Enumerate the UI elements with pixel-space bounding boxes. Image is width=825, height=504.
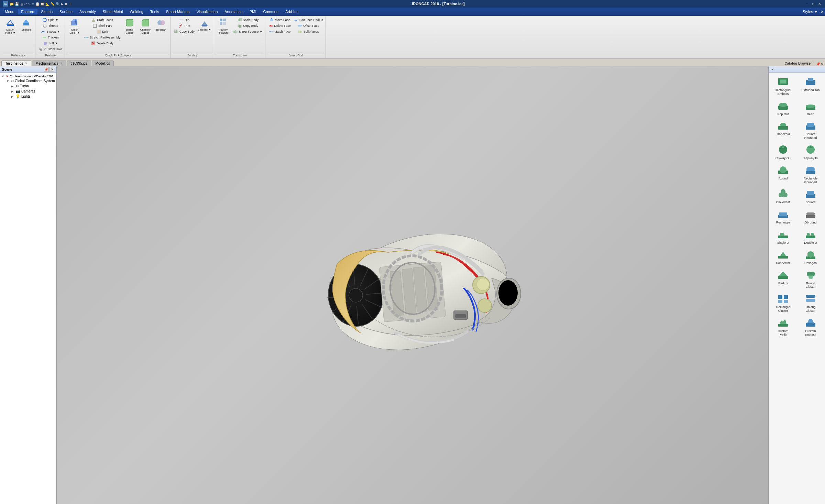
catalog-item-square-rounded[interactable]: SquareRounded <box>798 118 824 141</box>
sweep-button[interactable]: Sweep ▼ <box>37 29 63 34</box>
boolean-button[interactable]: Boolean <box>154 17 169 32</box>
thread-label: Thread <box>48 24 58 28</box>
catalog-item-square[interactable]: Square <box>798 186 824 205</box>
split-faces-button[interactable]: Split Faces <box>293 29 324 34</box>
viewport[interactable] <box>57 66 768 504</box>
emboss-button[interactable]: Emboss ▼ <box>196 17 212 32</box>
tab-c16995[interactable]: c16995.ics <box>67 61 91 66</box>
svg-rect-122 <box>778 276 788 279</box>
menu-item-menu[interactable]: Menu <box>1 9 18 14</box>
menu-item-feature[interactable]: Feature <box>18 9 38 14</box>
menu-close-icon[interactable]: ✕ <box>821 10 824 14</box>
tab-turbine[interactable]: Turbine.ics ✕ <box>1 61 31 66</box>
menu-item-assembly[interactable]: Assembly <box>76 9 99 14</box>
menu-item-tools[interactable]: Tools <box>147 9 163 14</box>
window-controls[interactable]: ─ □ ✕ <box>804 1 822 7</box>
svg-point-5 <box>43 24 47 28</box>
tab-model[interactable]: Model.ics <box>92 61 114 66</box>
catalog-item-cloverleaf[interactable]: Cloverleaf <box>770 186 796 205</box>
quick-block-button[interactable]: QuickBlock ▼ <box>67 17 82 35</box>
catalog-item-radius[interactable]: Radius <box>770 267 796 290</box>
menu-item-addins[interactable]: Add-Ins <box>282 9 302 14</box>
catalog-item-obround[interactable]: Obround <box>798 207 824 226</box>
tab-turbine-close[interactable]: ✕ <box>25 62 28 65</box>
boolean-icon <box>156 18 166 28</box>
scale-body-button[interactable]: Scale Body <box>232 17 263 23</box>
offset-face-button[interactable]: Offset Face <box>293 23 324 29</box>
tab-mechanism-close[interactable]: ✕ <box>60 62 63 65</box>
maximize-button[interactable]: □ <box>811 1 816 7</box>
catalog-item-round[interactable]: Round <box>770 163 796 185</box>
tree-item-lights[interactable]: ▶ 💡 Lights <box>1 94 55 99</box>
trim-button[interactable]: Trim <box>173 23 196 29</box>
move-face-button[interactable]: Move Face <box>267 17 292 23</box>
copy-body2-button[interactable]: Copy Body <box>232 23 263 29</box>
chamfer-edges-button[interactable]: ChamferEdges <box>138 17 153 35</box>
catalog-item-pop-out[interactable]: Pop Out <box>770 98 796 117</box>
scene-panel-close-button[interactable]: ✕ <box>50 67 54 72</box>
custom-hole-button[interactable]: Custom Hole <box>37 46 63 52</box>
catalog-item-rect-cluster[interactable]: RectangleCluster <box>770 291 796 314</box>
match-face-button[interactable]: Match Face <box>267 29 292 34</box>
tab-mechanism[interactable]: Mechanism.ics ✕ <box>32 61 66 66</box>
catalog-item-connector[interactable]: Connector <box>770 247 796 266</box>
tree-item-cameras[interactable]: ▶ 📷 Cameras <box>1 89 55 94</box>
edit-face-radius-button[interactable]: Edit Face Radius <box>293 17 324 23</box>
turbn-icon: ⚙ <box>15 84 19 88</box>
pattern-feature-button[interactable]: PatternFeature <box>216 17 231 35</box>
catalog-item-custom-profile[interactable]: CustomProfile <box>770 315 796 338</box>
catalog-item-round-cluster[interactable]: RoundCluster <box>798 267 824 290</box>
delete-body-button[interactable]: Delete Body <box>83 41 121 46</box>
tree-item-gcs[interactable]: ▼ ⊕ Global Coordinate System <box>1 78 55 84</box>
minimize-button[interactable]: ─ <box>804 1 810 7</box>
tree-item-filepath[interactable]: ▼ ✕ C:\Users\coconnor\Desktop\201 <box>1 74 55 78</box>
catalog-item-trapezoid[interactable]: Trapezoid <box>770 118 796 141</box>
mirror-feature-button[interactable]: Mirror Feature ▼ <box>232 29 263 34</box>
catalog-item-single-d[interactable]: Single D <box>770 227 796 246</box>
catalog-close-icon[interactable]: ✕ <box>821 62 824 66</box>
reference-buttons: DatumPlane ▼ Extrude <box>3 17 34 52</box>
menu-item-welding[interactable]: Welding <box>126 9 147 14</box>
round-label: Round <box>779 177 788 180</box>
extrude-button[interactable]: Extrude <box>19 17 34 32</box>
datum-plane-button[interactable]: DatumPlane ▼ <box>3 17 18 35</box>
catalog-item-keyway-out[interactable]: Keyway Out <box>770 142 796 161</box>
delete-face-button[interactable]: Delete Face <box>267 23 292 29</box>
scene-panel-pin-button[interactable]: 📌 <box>44 67 49 72</box>
rib-button[interactable]: Rib <box>173 17 196 23</box>
spin-button[interactable]: Spin ▼ <box>37 17 63 23</box>
styles-dropdown[interactable]: Styles ▼ <box>803 10 818 14</box>
menu-item-pmi[interactable]: PMI <box>246 9 260 14</box>
menu-item-common[interactable]: Common <box>260 9 282 14</box>
menu-item-visualization[interactable]: Visualization <box>193 9 221 14</box>
thread-button[interactable]: Thread <box>37 23 63 29</box>
catalog-item-double-d[interactable]: Double D <box>798 227 824 246</box>
catalog-panel: ＜ RectangularEmboss <box>768 66 825 504</box>
menu-item-annotation[interactable]: Annotation <box>221 9 246 14</box>
catalog-item-rect-emboss[interactable]: RectangularEmboss <box>770 74 796 97</box>
menu-item-sketch[interactable]: Sketch <box>37 9 56 14</box>
menu-item-surface[interactable]: Surface <box>56 9 76 14</box>
shell-part-button[interactable]: Shell Part <box>83 23 121 29</box>
stretch-button[interactable]: Stretch Part/Assembly <box>83 35 121 40</box>
catalog-item-rectangle[interactable]: Rectangle <box>770 207 796 226</box>
loft-button[interactable]: Loft ▼ <box>37 41 63 46</box>
draft-faces-button[interactable]: Draft Faces <box>83 17 121 23</box>
tree-expand-turbn: ▶ <box>11 85 14 88</box>
menu-item-sheetmetal[interactable]: Sheet Metal <box>99 9 126 14</box>
blend-edges-button[interactable]: BlendEdges <box>122 17 137 35</box>
menu-item-smartmarkup[interactable]: Smart Markup <box>163 9 193 14</box>
catalog-item-extruded-tab[interactable]: Extruded Tab <box>798 74 824 97</box>
catalog-item-custom-emboss[interactable]: CustomEmboss <box>798 315 824 338</box>
catalog-item-hexagon[interactable]: Hexagon <box>798 247 824 266</box>
catalog-item-rect-rounded[interactable]: RectangleRounded <box>798 163 824 185</box>
catalog-item-keyway-in[interactable]: Keyway In <box>798 142 824 161</box>
tree-item-turbn[interactable]: ▶ ⚙ Turbn <box>1 84 55 89</box>
catalog-item-bead[interactable]: Bead <box>798 98 824 117</box>
thicken-button[interactable]: Thicken <box>37 35 63 40</box>
split-button[interactable]: Split <box>83 29 121 34</box>
catalog-pin-icon[interactable]: 📌 <box>816 62 820 66</box>
close-button[interactable]: ✕ <box>817 1 822 7</box>
catalog-item-oblong-cluster[interactable]: OblongCluster <box>798 291 824 314</box>
copy-body-button[interactable]: Copy Body <box>173 29 196 34</box>
